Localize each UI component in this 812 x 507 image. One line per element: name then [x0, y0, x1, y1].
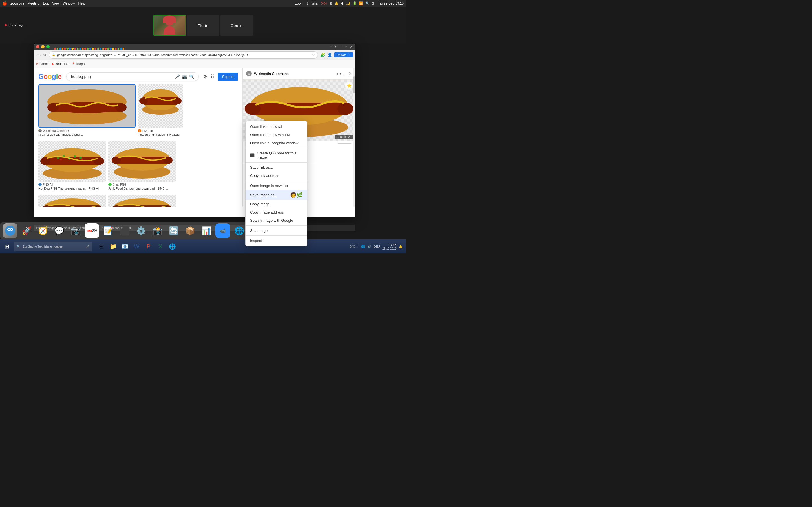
- context-open-new-window[interactable]: Open link in new window: [246, 131, 307, 139]
- window-minimize-btn[interactable]: [41, 45, 45, 48]
- restore-window-btn[interactable]: ⊟: [345, 45, 348, 49]
- menu-view[interactable]: View: [52, 1, 59, 5]
- dock-zoom[interactable]: 📹: [215, 223, 230, 238]
- dock-messages[interactable]: 💬: [52, 223, 66, 238]
- app-name[interactable]: zoom.us: [10, 1, 24, 5]
- dock-virtualbox[interactable]: 📦: [183, 223, 197, 238]
- window-maximize-btn[interactable]: [46, 45, 50, 48]
- update-button[interactable]: Update ⋮: [335, 52, 353, 57]
- context-open-new-tab[interactable]: Open link in new tab: [246, 122, 307, 131]
- mic-icon: 🎙: [306, 1, 309, 5]
- scrollbar-thumb: [353, 76, 355, 93]
- image-thumb-pngegg: [138, 84, 183, 128]
- taskbar-app-powerpoint[interactable]: P: [143, 241, 154, 252]
- context-search-image-google[interactable]: Search image with Google: [246, 216, 307, 224]
- context-save-image-as[interactable]: Save image as... 🧑‍🌿: [246, 190, 307, 200]
- participant-tile-corsin[interactable]: Corsin: [220, 15, 253, 36]
- image-card-cleanpng[interactable]: C CleanPNG Junk Food Cartoon png downloa…: [108, 141, 176, 190]
- context-scan-page[interactable]: Scan page: [246, 226, 307, 235]
- participant-tile-flurin[interactable]: Flurin: [187, 15, 219, 36]
- new-tab-btn[interactable]: +: [330, 44, 332, 48]
- image-card-row3-1[interactable]: [38, 194, 106, 207]
- image-card-wikimedia[interactable]: W Wikimedia Commons File:Hot dog with mu…: [38, 84, 136, 136]
- search-submit-icon[interactable]: 🔍: [189, 74, 194, 79]
- control-center-icon[interactable]: ⊡: [372, 1, 375, 5]
- taskbar-notification-icon[interactable]: 🔔: [399, 245, 403, 248]
- context-copy-link-address[interactable]: Copy link address: [246, 172, 307, 180]
- minimize-window-btn[interactable]: −: [340, 45, 343, 49]
- context-open-image-new-tab[interactable]: Open image in new tab: [246, 182, 307, 190]
- menu-meeting[interactable]: Meeting: [28, 1, 40, 5]
- dock-calendar[interactable]: DEC 29: [85, 223, 99, 238]
- dock-chrome[interactable]: 🌐: [232, 223, 246, 238]
- taskbar-app-explorer[interactable]: 📁: [108, 241, 118, 252]
- voice-search-icon[interactable]: 🎤: [175, 74, 180, 79]
- context-copy-image-address[interactable]: Copy image address: [246, 208, 307, 216]
- search-icon[interactable]: 🔍: [365, 1, 370, 5]
- taskbar-app-taskview[interactable]: ⊟: [96, 241, 107, 252]
- image-size-badge: 1,280 × 625: [335, 135, 353, 139]
- side-panel-scrollbar[interactable]: [353, 68, 355, 207]
- back-btn[interactable]: ‹: [36, 53, 38, 57]
- taskbar-app-excel[interactable]: X: [155, 241, 166, 252]
- dock-terminal[interactable]: ⬛: [117, 223, 132, 238]
- tab-list-btn[interactable]: ▾: [335, 44, 336, 48]
- bookmark-gmail[interactable]: M Gmail: [36, 62, 49, 66]
- image-thumb-row3-2: [108, 194, 176, 207]
- bookmark-star-icon[interactable]: ☆: [312, 53, 315, 57]
- reload-btn[interactable]: ↺: [43, 53, 47, 57]
- menu-edit[interactable]: Edit: [43, 1, 49, 5]
- dock-safari[interactable]: 🧭: [36, 223, 50, 238]
- dock-finder[interactable]: [3, 223, 17, 238]
- google-settings-icon[interactable]: ⚙: [203, 74, 207, 79]
- taskbar-app-outlook[interactable]: 📧: [119, 241, 130, 252]
- lens-search-icon[interactable]: 📷: [182, 74, 187, 79]
- taskbar-app-chrome[interactable]: 🌐: [167, 241, 177, 252]
- dock-activity-monitor[interactable]: 📊: [199, 223, 214, 238]
- image-card-pngegg[interactable]: 🥚 PNGEgg Hotdog png images | PNGEgg: [138, 84, 183, 136]
- context-inspect[interactable]: Inspect: [246, 237, 307, 245]
- dock-migrate[interactable]: 🔄: [166, 223, 181, 238]
- menu-window[interactable]: Window: [63, 1, 75, 5]
- dock-screenshot[interactable]: 📸: [150, 223, 165, 238]
- search-box[interactable]: hotdog png 🎤 📷 🔍: [66, 72, 199, 81]
- panel-more-icon[interactable]: ⋮: [343, 71, 347, 76]
- create-qr-label: Create QR Code for this image: [257, 151, 303, 159]
- profile-icon[interactable]: 👤: [327, 53, 332, 57]
- context-create-qr[interactable]: ⬛ Create QR Code for this image: [246, 149, 307, 161]
- dock-photos[interactable]: 📷: [68, 223, 83, 238]
- google-logo[interactable]: Google: [38, 73, 62, 80]
- participant-tile-isha[interactable]: [153, 15, 186, 36]
- context-save-link-as[interactable]: Save link as...: [246, 163, 307, 172]
- taskbar-app-word[interactable]: W: [132, 241, 142, 252]
- panel-next-icon[interactable]: ›: [340, 71, 341, 76]
- bookmark-maps[interactable]: 📍 Maps: [72, 62, 85, 66]
- image-source-wikimedia: W Wikimedia Commons: [38, 129, 136, 132]
- address-bar[interactable]: 🔒 google.com/search?q=hotdog+png&rlz=1C1…: [49, 51, 318, 59]
- taskbar-search[interactable]: 🔍 Zur Suche Text hier eingeben 🎤: [13, 242, 93, 251]
- dock-system-prefs[interactable]: ⚙️: [134, 223, 148, 238]
- panel-close-icon[interactable]: ✕: [349, 71, 352, 76]
- dock-launchpad[interactable]: 🚀: [19, 223, 34, 238]
- bookmark-youtube[interactable]: ▶ YouTube: [52, 62, 68, 66]
- context-menu: Open link in new tab Open link in new wi…: [245, 121, 307, 246]
- youtube-label: YouTube: [55, 62, 68, 66]
- forward-btn[interactable]: ›: [40, 53, 41, 57]
- signin-button[interactable]: Sign In: [218, 73, 238, 81]
- context-open-incognito[interactable]: Open link in incognito window: [246, 139, 307, 147]
- extensions-icon[interactable]: 🧩: [320, 53, 325, 57]
- context-copy-image[interactable]: Copy image: [246, 200, 307, 208]
- image-card-row3-2[interactable]: [108, 194, 176, 207]
- dock-notes[interactable]: 📝: [101, 223, 116, 238]
- google-apps-icon[interactable]: ⠿: [211, 73, 214, 80]
- close-window-btn[interactable]: ✕: [350, 45, 353, 49]
- zoom-header: Zoom Meeting Recording... Flur: [0, 7, 406, 43]
- start-button[interactable]: ⊞: [1, 241, 12, 252]
- window-close-btn[interactable]: [36, 45, 40, 48]
- qr-code-icon: ⬛: [250, 153, 255, 158]
- taskbar-chevron-icon[interactable]: ^: [357, 245, 359, 248]
- apple-menu[interactable]: 🍎: [2, 1, 7, 6]
- image-card-pngall[interactable]: P PNG All Hot Dog PNG Transparent Images…: [38, 141, 106, 190]
- panel-prev-icon[interactable]: ‹: [337, 71, 338, 76]
- menu-help[interactable]: Help: [79, 1, 86, 5]
